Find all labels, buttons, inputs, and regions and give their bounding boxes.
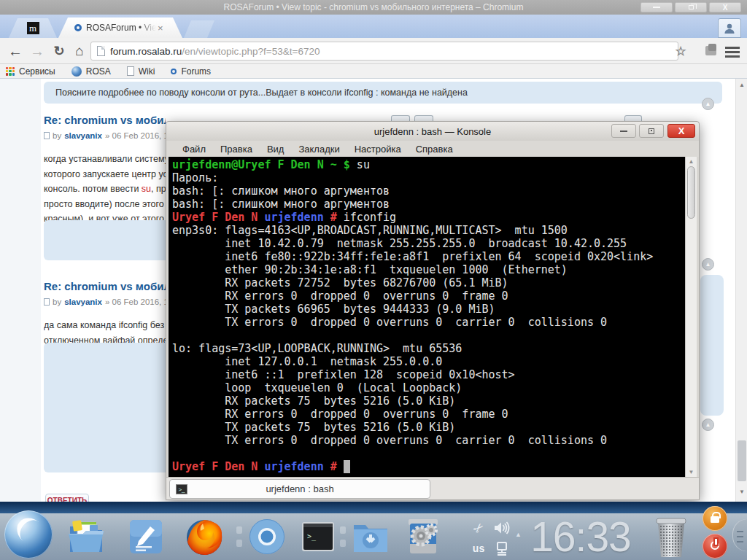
- scroll-up-arrow[interactable]: ▲: [736, 82, 747, 88]
- quote-button-fragment[interactable]: [391, 115, 410, 121]
- konsole-tab-label: urjefdenn : bash: [266, 483, 333, 494]
- pinned-tab[interactable]: m: [9, 18, 57, 38]
- firefox-icon[interactable]: [184, 516, 225, 557]
- profile-button[interactable]: [718, 18, 741, 38]
- scroll-down-arrow[interactable]: ▼: [686, 469, 697, 475]
- svg-text:>_: >_: [307, 532, 317, 541]
- up-arrow-icon: ▲: [705, 101, 711, 107]
- panel-handle[interactable]: [732, 519, 747, 551]
- post-byline: by slavyanix » 06 Feb 2016, 18:48: [44, 131, 166, 140]
- taskbar-panel: >_ ✂ us: [0, 513, 747, 560]
- file-manager-icon[interactable]: [66, 516, 107, 557]
- terminal-line: urjefdenn@Uryef F Den N ~ $ su: [172, 158, 687, 171]
- url-path: /en/viewtopic.php?f=53&t=6720: [182, 46, 320, 57]
- keyboard-layout-indicator[interactable]: us: [473, 542, 484, 554]
- terminal-line: RX packets 75 bytes 5216 (5.0 KiB): [172, 394, 687, 408]
- bookmark-services[interactable]: Сервисы: [6, 66, 55, 77]
- home-button[interactable]: ⌂: [70, 38, 89, 64]
- menu-item-1[interactable]: Правка: [213, 144, 260, 155]
- tab-close-icon[interactable]: ×: [158, 23, 163, 34]
- tab-rosaforum[interactable]: ROSAForum • View topic ×: [58, 18, 182, 38]
- konsole-tab[interactable]: >_ urjefdenn : bash: [169, 479, 430, 499]
- bookmark-rosa[interactable]: ROSA: [71, 66, 111, 77]
- top-link-button[interactable]: ▲: [702, 419, 714, 431]
- bookmark-star-icon[interactable]: ☆: [671, 38, 690, 64]
- menu-button[interactable]: [725, 47, 740, 58]
- tab-strip: m ROSAForum • View topic ×: [0, 15, 747, 38]
- top-link-button[interactable]: ▲: [702, 98, 714, 110]
- post-title[interactable]: Re: chromium vs мобильного интернета: [44, 114, 166, 126]
- maximize-icon: [649, 128, 654, 134]
- author-link[interactable]: slavyanix: [64, 131, 102, 140]
- terminal[interactable]: urjefdenn@Uryef F Den N ~ $ suПароль:bas…: [169, 157, 687, 477]
- shutdown-button[interactable]: [703, 534, 727, 559]
- forums-icon: [171, 69, 177, 74]
- menu-item-2[interactable]: Вид: [260, 144, 292, 155]
- konsole-maximize-button[interactable]: [639, 124, 664, 138]
- author-link[interactable]: slavyanix: [64, 298, 102, 306]
- browser-toolbar: ← → ↻ ⌂ forum.rosalab.ru/en/viewtopic.ph…: [0, 38, 747, 64]
- post-title[interactable]: Re: chromium vs мобильного интернета: [44, 280, 166, 292]
- clipboard-scissors-icon[interactable]: ✂: [470, 519, 487, 537]
- volume-icon[interactable]: [494, 521, 510, 534]
- reload-button[interactable]: ↻: [50, 38, 69, 64]
- konsole-titlebar[interactable]: urjefdenn : bash — Konsole X: [166, 122, 699, 141]
- inline-code-su: su: [142, 184, 151, 194]
- menu-item-5[interactable]: Справка: [409, 144, 460, 155]
- terminal-scrollbar[interactable]: ▲ ▼: [685, 157, 697, 477]
- pinned-tab-favicon: m: [27, 22, 39, 34]
- lock-screen-button[interactable]: [703, 506, 727, 531]
- bookmark-label: Wiki: [139, 66, 155, 77]
- post-doc-icon: [44, 298, 50, 306]
- previous-post-text: Поясните подробнее по поводу консоли от …: [55, 88, 468, 98]
- chromium-icon[interactable]: [247, 516, 287, 557]
- bookmark-wiki[interactable]: Wiki: [127, 66, 155, 77]
- terminal-line: TX packets 75 bytes 5216 (5.0 KiB): [172, 421, 687, 434]
- control-center-icon[interactable]: [403, 516, 444, 557]
- tray-expander-icon[interactable]: ▲: [515, 531, 522, 538]
- konsole-launcher-icon[interactable]: >_: [298, 516, 338, 557]
- konsole-minimize-button[interactable]: [611, 124, 636, 138]
- browser-scrollbar[interactable]: ▲ ▼: [735, 79, 747, 503]
- menu-item-3[interactable]: Закладки: [291, 144, 347, 155]
- post-button-fragment[interactable]: [624, 115, 642, 121]
- downloads-folder-icon[interactable]: [350, 516, 391, 557]
- terminal-line: ether 90:2b:34:1e:a8:f1 txqueuelen 1000 …: [172, 263, 687, 276]
- terminal-line: Uryef F Den N urjefdenn #: [172, 460, 687, 473]
- network-icon[interactable]: [495, 542, 509, 556]
- maximize-button[interactable]: [675, 2, 707, 12]
- panel-clock[interactable]: 16:33: [522, 512, 639, 560]
- close-button[interactable]: X: [709, 2, 741, 12]
- minimize-icon: [620, 131, 627, 132]
- terminal-line: Uryef F Den N urjefdenn # ifconfig: [172, 211, 687, 224]
- menu-item-4[interactable]: Настройка: [347, 144, 409, 155]
- forward-button[interactable]: →: [28, 38, 47, 64]
- terminal-line: inet6 fe80::922b:34ff:fe1e:a8f1 prefixle…: [172, 250, 687, 263]
- top-link-button[interactable]: ▲: [702, 258, 714, 271]
- tab-title: ROSAForum • View topic: [86, 23, 156, 33]
- text-editor-icon[interactable]: [125, 516, 166, 557]
- bookmark-forums[interactable]: Forums: [171, 66, 211, 77]
- trash-icon[interactable]: [651, 516, 692, 557]
- rosa-launcher-button[interactable]: [4, 510, 53, 559]
- terminal-line: bash: [: слишком много аргументов: [172, 184, 687, 198]
- terminal-line: TX packets 66965 bytes 9444333 (9.0 MiB): [172, 303, 687, 316]
- back-button[interactable]: ←: [6, 38, 25, 64]
- new-tab-button[interactable]: [184, 20, 214, 38]
- panel-separator: [236, 521, 242, 553]
- terminal-line: inet6 ::1 prefixlen 128 scopeid 0x10<hos…: [172, 368, 687, 381]
- post-date: » 06 Feb 2016, 18:48: [105, 131, 166, 140]
- terminal-line: inet 127.0.0.1 netmask 255.0.0.0: [172, 355, 687, 368]
- scroll-down-arrow[interactable]: ▼: [736, 489, 747, 495]
- scrollbar-thumb[interactable]: [687, 166, 695, 219]
- minimize-button[interactable]: [640, 2, 673, 12]
- extension-icon[interactable]: [705, 46, 716, 55]
- scroll-up-arrow[interactable]: ▲: [686, 158, 697, 165]
- quote-button-fragment[interactable]: [414, 115, 433, 121]
- close-icon: X: [678, 125, 685, 136]
- scrollbar-thumb[interactable]: [738, 440, 746, 481]
- konsole-close-button[interactable]: X: [667, 124, 695, 138]
- menu-item-0[interactable]: Файл: [175, 144, 213, 155]
- address-bar[interactable]: forum.rosalab.ru/en/viewtopic.php?f=53&t…: [90, 42, 678, 61]
- previous-post-row: Поясните подробнее по поводу консоли от …: [44, 82, 722, 104]
